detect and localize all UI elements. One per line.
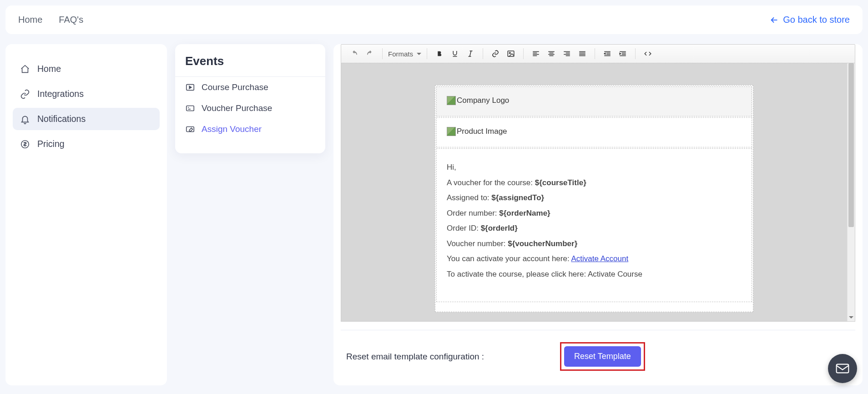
events-title: Events <box>175 54 325 77</box>
activate-account-link[interactable]: Activate Account <box>571 254 628 263</box>
order-name-var: ${orderName} <box>499 209 550 217</box>
voucher-line-text: Voucher number: <box>447 239 508 248</box>
events-panel: Events Course Purchase Voucher Purchase … <box>175 44 325 153</box>
toolbar-separator <box>427 48 427 59</box>
mail-icon <box>835 361 850 376</box>
nav-home-link[interactable]: Home <box>18 15 42 25</box>
greeting-text: Hi, <box>447 162 742 173</box>
assigned-to-var: ${assignedTo} <box>491 193 544 202</box>
nav-faqs-link[interactable]: FAQ's <box>59 15 83 25</box>
reset-template-button[interactable]: Reset Template <box>564 346 641 367</box>
editor-toolbar: Formats <box>341 44 855 63</box>
orderid-line-text: Order ID: <box>447 224 481 232</box>
underline-button[interactable] <box>447 47 463 61</box>
go-back-label: Go back to store <box>783 15 850 25</box>
product-alt-text: Product Image <box>457 127 507 136</box>
email-body-cell: Hi, A voucher for the course: ${courseTi… <box>436 148 752 302</box>
dollar-icon <box>20 139 30 149</box>
outdent-button[interactable] <box>600 47 615 61</box>
bold-button[interactable] <box>432 47 447 61</box>
toolbar-separator <box>595 48 595 59</box>
reset-row: Reset email template configuration : Res… <box>341 330 855 375</box>
ordernum-line: Order number: ${orderName} <box>447 207 742 219</box>
editor-area: Company Logo Product Image Hi, A voucher… <box>341 63 855 322</box>
main-content: Formats <box>333 44 863 385</box>
image-button[interactable] <box>503 47 519 61</box>
company-logo-placeholder: Company Logo <box>447 96 509 105</box>
event-item-voucher-purchase[interactable]: Voucher Purchase <box>175 98 325 119</box>
orderid-line: Order ID: ${orderId} <box>447 222 742 234</box>
toolbar-separator <box>382 48 383 59</box>
course-line: A voucher for the course: ${courseTitle} <box>447 177 742 189</box>
top-bar: Home FAQ's Go back to store <box>5 5 863 34</box>
product-image-placeholder: Product Image <box>447 127 507 136</box>
link-icon <box>20 89 30 99</box>
svg-point-5 <box>509 52 510 54</box>
email-product-cell: Product Image <box>436 117 752 147</box>
assigned-line: Assigned to: ${assignedTo} <box>447 192 742 204</box>
voucher-edit-icon <box>185 124 195 134</box>
voucher-line: Voucher number: ${voucherNumber} <box>447 238 742 250</box>
align-justify-button[interactable] <box>575 47 590 61</box>
topbar-left: Home FAQ's <box>18 15 83 25</box>
sidebar-item-integrations[interactable]: Integrations <box>13 83 160 105</box>
editor-content[interactable]: Company Logo Product Image Hi, A voucher… <box>341 63 847 321</box>
svg-rect-2 <box>187 106 194 111</box>
course-line-text: A voucher for the course: <box>447 178 535 187</box>
sidebar-item-home[interactable]: Home <box>13 58 160 80</box>
play-square-icon <box>185 82 195 92</box>
event-item-course-purchase[interactable]: Course Purchase <box>175 77 325 98</box>
email-header-cell: Company Logo <box>436 86 752 116</box>
formats-label: Formats <box>388 50 413 58</box>
assigned-line-text: Assigned to: <box>447 193 491 202</box>
formats-dropdown[interactable]: Formats <box>384 50 425 58</box>
event-item-label: Assign Voucher <box>202 124 262 134</box>
activate-account-text: You can activate your account here: <box>447 254 571 263</box>
redo-button[interactable] <box>362 47 378 61</box>
sidebar-item-notifications[interactable]: Notifications <box>13 108 160 130</box>
bell-icon <box>20 114 30 124</box>
indent-button[interactable] <box>615 47 631 61</box>
sidebar-item-label: Pricing <box>37 139 65 149</box>
go-back-link[interactable]: Go back to store <box>769 15 850 25</box>
sidebar: Home Integrations Notifications Pricing <box>5 44 167 385</box>
ordernum-line-text: Order number: <box>447 209 499 217</box>
link-button[interactable] <box>488 47 503 61</box>
svg-rect-6 <box>837 364 849 373</box>
activate-account-line: You can activate your account here: Acti… <box>447 253 742 265</box>
course-title-var: ${courseTitle} <box>535 178 586 187</box>
align-left-button[interactable] <box>528 47 544 61</box>
sidebar-item-label: Home <box>37 64 61 74</box>
main-layout: Home Integrations Notifications Pricing … <box>0 34 868 394</box>
align-right-button[interactable] <box>559 47 575 61</box>
sidebar-item-label: Integrations <box>37 89 84 99</box>
reset-label: Reset email template configuration : <box>346 352 560 362</box>
logo-alt-text: Company Logo <box>457 96 509 105</box>
undo-button[interactable] <box>347 47 362 61</box>
event-item-label: Course Purchase <box>202 82 268 92</box>
voucher-icon <box>185 103 195 113</box>
scroll-down-icon[interactable] <box>848 313 855 321</box>
event-item-label: Voucher Purchase <box>202 103 272 113</box>
toolbar-separator <box>523 48 524 59</box>
arrow-left-icon <box>769 15 779 25</box>
activate-course-line: To activate the course, please click her… <box>447 268 742 280</box>
scroll-thumb[interactable] <box>848 63 854 227</box>
code-button[interactable] <box>640 47 656 61</box>
floating-mail-button[interactable] <box>828 354 857 383</box>
align-center-button[interactable] <box>544 47 559 61</box>
toolbar-separator <box>635 48 636 59</box>
voucher-number-var: ${voucherNumber} <box>508 239 577 248</box>
editor-wrapper: Formats <box>333 44 863 322</box>
sidebar-item-label: Notifications <box>37 114 86 124</box>
italic-button[interactable] <box>463 47 478 61</box>
event-item-assign-voucher[interactable]: Assign Voucher <box>175 119 325 140</box>
sidebar-item-pricing[interactable]: Pricing <box>13 133 160 155</box>
reset-button-highlight: Reset Template <box>560 342 645 371</box>
order-id-var: ${orderId} <box>481 224 518 232</box>
home-icon <box>20 64 30 74</box>
svg-rect-4 <box>508 51 514 56</box>
editor-scrollbar[interactable] <box>847 63 855 321</box>
email-template-root: Company Logo Product Image Hi, A voucher… <box>435 85 753 312</box>
toolbar-separator <box>483 48 483 59</box>
